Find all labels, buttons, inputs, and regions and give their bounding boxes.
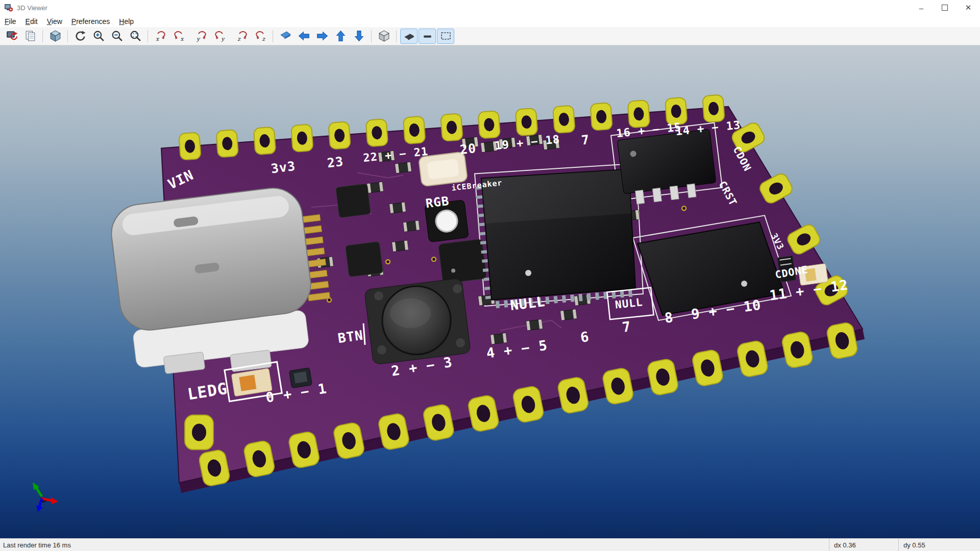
svg-text:y: y xyxy=(196,36,201,42)
rotate-x-ccw-icon: x xyxy=(173,30,185,42)
ortho-cube-icon xyxy=(378,30,390,42)
menubar: File Edit View Preferences Help xyxy=(0,15,980,27)
pin1-dot xyxy=(525,270,531,276)
orthographic-projection-button[interactable] xyxy=(375,29,393,44)
zoom-in-button[interactable] xyxy=(90,29,107,44)
zoom-fit-icon xyxy=(129,30,142,42)
toolbar-separator xyxy=(148,30,148,42)
menu-preferences[interactable]: Preferences xyxy=(67,16,115,27)
arrow-right-icon xyxy=(316,30,329,42)
silkscreen-label: 20 xyxy=(459,141,477,157)
window-title: 3D Viewer xyxy=(17,4,47,12)
close-button[interactable]: ✕ xyxy=(957,0,980,15)
rotate-y-ccw-button[interactable]: y xyxy=(211,29,228,44)
castellated-pads-corner xyxy=(185,415,213,450)
svg-text:z: z xyxy=(262,36,265,42)
rotate-z-ccw-button[interactable]: z xyxy=(252,29,269,44)
move-left-button[interactable] xyxy=(295,29,312,44)
toolbar: x x y y xyxy=(0,27,980,45)
menu-view[interactable]: View xyxy=(42,16,67,27)
rotate-x-ccw-button[interactable]: x xyxy=(170,29,187,44)
arrow-down-icon xyxy=(353,30,365,42)
toggle-bounding-box-button[interactable] xyxy=(437,29,454,44)
toolbar-separator xyxy=(42,30,43,42)
menu-file[interactable]: File xyxy=(0,16,21,27)
tactile-button xyxy=(364,278,471,365)
copper-thickness-icon xyxy=(421,30,434,42)
zoom-out-icon xyxy=(111,30,124,42)
reload-board-button[interactable] xyxy=(3,29,20,44)
small-ic-1 xyxy=(336,184,371,218)
orientation-cube-icon xyxy=(49,30,62,42)
toggle-copper-thickness-button[interactable] xyxy=(419,29,436,44)
move-right-button[interactable] xyxy=(313,29,331,44)
toolbar-separator xyxy=(371,30,372,42)
copy-image-button[interactable] xyxy=(21,29,39,44)
status-dy: dy 0.55 xyxy=(898,539,980,551)
fpga-chip xyxy=(475,169,635,308)
svg-text:x: x xyxy=(156,36,159,42)
statusbar: Last render time 16 ms dx 0.36 dy 0.55 xyxy=(0,538,980,551)
rotate-x-cw-icon: x xyxy=(154,30,167,42)
silkscreen-label: 7 xyxy=(581,132,591,147)
titlebar: 3D Viewer – ✕ xyxy=(0,0,980,15)
menu-help[interactable]: Help xyxy=(114,16,138,27)
app-icon xyxy=(4,3,13,12)
small-ic-2 xyxy=(345,241,383,277)
svg-text:x: x xyxy=(180,36,184,42)
move-up-button[interactable] xyxy=(332,29,349,44)
rotate-z-ccw-icon: z xyxy=(254,30,267,42)
zoom-fit-button[interactable] xyxy=(127,29,144,44)
arrow-left-icon xyxy=(298,30,310,42)
silkscreen-label: RGB xyxy=(425,194,450,211)
rotate-z-cw-button[interactable]: z xyxy=(233,29,251,44)
axis-z-arrow xyxy=(39,498,42,507)
reload-board-icon xyxy=(6,30,18,42)
axis-indicator xyxy=(33,482,58,512)
silkscreen-label: 23 xyxy=(326,154,344,171)
axis-y-arrow xyxy=(36,488,42,496)
move-board-button[interactable] xyxy=(277,29,294,44)
silkscreen-label: 3v3 xyxy=(270,159,296,177)
zoom-in-icon xyxy=(92,30,105,42)
viewport-3d-canvas[interactable]: VIN 3v3 23 22 + − 21 20 19 + − 18 7 16 +… xyxy=(0,45,980,538)
move-board-icon xyxy=(279,30,292,42)
bounding-box-icon xyxy=(439,30,452,42)
svg-text:y: y xyxy=(220,36,225,42)
render-time-status: Last render time 16 ms xyxy=(0,541,829,549)
maximize-icon xyxy=(942,5,948,11)
maximize-button[interactable] xyxy=(933,0,957,15)
render-orientation-button[interactable] xyxy=(46,29,64,44)
toolbar-separator xyxy=(273,30,273,42)
rotate-x-cw-button[interactable]: x xyxy=(152,29,169,44)
copy-icon xyxy=(24,30,37,42)
redraw-button[interactable] xyxy=(71,29,89,44)
zoom-out-button[interactable] xyxy=(108,29,126,44)
menu-edit[interactable]: Edit xyxy=(21,16,42,27)
status-dx: dx 0.36 xyxy=(829,539,898,551)
rotate-z-cw-icon: z xyxy=(236,30,249,42)
viewport: VIN 3v3 23 22 + − 21 20 19 + − 18 7 16 +… xyxy=(0,45,980,538)
3d-viewer-window: 3D Viewer – ✕ File Edit View Preferences… xyxy=(0,0,980,551)
rotate-y-ccw-icon: y xyxy=(213,30,226,42)
toggle-board-body-button[interactable] xyxy=(400,29,418,44)
rotate-y-cw-button[interactable]: y xyxy=(192,29,210,44)
board-body-icon xyxy=(403,30,415,42)
svg-text:z: z xyxy=(237,36,241,42)
move-down-button[interactable] xyxy=(350,29,368,44)
toolbar-separator xyxy=(396,30,397,42)
rotate-y-cw-icon: y xyxy=(195,30,208,42)
arrow-up-icon xyxy=(334,30,347,42)
small-ic-3 xyxy=(438,239,487,284)
redraw-icon xyxy=(74,30,87,42)
minimize-button[interactable]: – xyxy=(910,0,933,15)
toolbar-separator xyxy=(67,30,68,42)
